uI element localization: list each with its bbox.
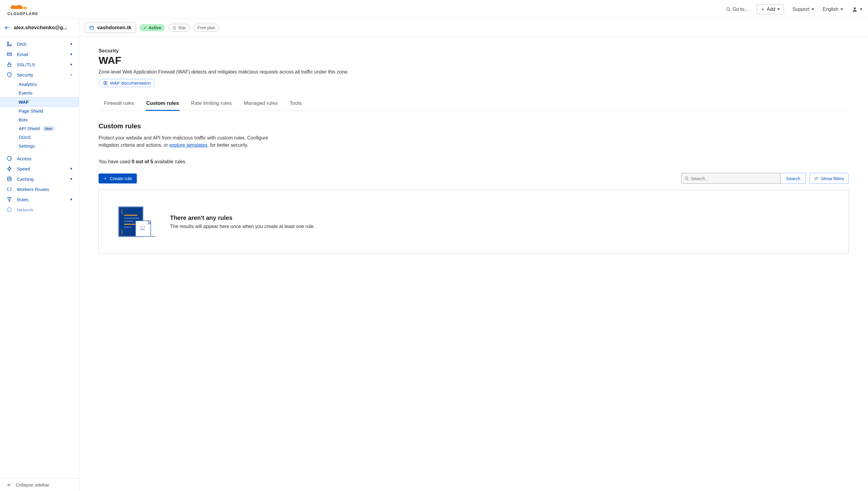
chevron-down-icon: [811, 8, 814, 10]
top-header: CLOUDFLARE Go to... Add Support English: [0, 0, 868, 19]
search-button[interactable]: Search: [781, 173, 806, 184]
plus-icon: [761, 7, 765, 11]
domain-chip[interactable]: vashdomen.tk: [85, 23, 136, 33]
empty-state-text: There aren't any rules The results will …: [170, 214, 315, 229]
star-button[interactable]: Star: [168, 24, 190, 32]
page-description: Zone-level Web Application Firewall (WAF…: [99, 69, 370, 75]
tab-rate-limiting[interactable]: Rate limiting rules: [191, 97, 232, 111]
collapse-label: Collapse sidebar: [16, 482, 50, 487]
star-icon: [172, 26, 176, 30]
check-icon: [143, 26, 147, 30]
sidebar-sub-events[interactable]: Events: [0, 89, 79, 97]
sidebar-item-label: Rules: [17, 197, 28, 202]
context-row: alex.shevchenko@g... vashdomen.tk Active…: [0, 19, 868, 37]
sidebar-item-label: DNS: [17, 41, 27, 47]
svg-rect-11: [7, 45, 9, 46]
goto-label: Go to...: [733, 7, 748, 12]
show-filters-button[interactable]: Show filters: [810, 173, 849, 184]
support-menu[interactable]: Support: [792, 7, 814, 12]
collapse-sidebar-button[interactable]: Collapse sidebar: [0, 478, 79, 491]
sidebar-item-label: Security: [17, 72, 33, 78]
shield-icon: [7, 72, 12, 78]
plan-label: Free plan: [197, 25, 215, 30]
svg-text:}: }: [121, 229, 123, 234]
create-rule-button[interactable]: Create rule: [99, 174, 137, 183]
explore-templates-link[interactable]: explore templates: [169, 143, 207, 148]
sidebar-sub-waf[interactable]: WAF: [0, 97, 79, 107]
filters-icon: [814, 176, 818, 180]
svg-point-20: [7, 207, 11, 212]
book-icon: [103, 81, 108, 85]
sidebar-sub-label: API Shield: [19, 126, 40, 131]
tab-managed-rules[interactable]: Managed rules: [243, 97, 278, 111]
sidebar-sub-bots[interactable]: Bots: [0, 115, 79, 124]
user-menu[interactable]: [852, 6, 863, 12]
doc-link-label: WAF documentation: [110, 80, 151, 86]
svg-marker-17: [7, 167, 11, 171]
tab-firewall-rules[interactable]: Firewall rules: [103, 97, 135, 111]
sidebar-sub-ddos[interactable]: DDoS: [0, 133, 79, 142]
sidebar-item-label: SSL/TLS: [17, 62, 35, 67]
page-title: WAF: [99, 55, 849, 66]
dns-icon: [7, 41, 12, 47]
usage-count: 0 out of 5: [132, 159, 153, 164]
sidebar-sub-apishield[interactable]: API Shield New: [0, 124, 79, 133]
tab-custom-rules[interactable]: Custom rules: [146, 97, 179, 111]
usage-suffix: available rules.: [153, 159, 187, 164]
lock-icon: [7, 62, 12, 67]
cloudflare-logo[interactable]: CLOUDFLARE: [7, 3, 39, 16]
add-button[interactable]: Add: [757, 4, 784, 14]
domain-name: vashdomen.tk: [97, 25, 132, 31]
sidebar-sub-settings[interactable]: Settings: [0, 142, 79, 150]
sidebar-sub-label: Bots: [19, 117, 28, 122]
tab-label: Managed rules: [244, 100, 278, 106]
sidebar-sub-label: Events: [19, 90, 32, 95]
sidebar-item-email[interactable]: Email ▼: [0, 49, 79, 59]
chevron-down-icon: ▼: [69, 198, 73, 201]
goto-search[interactable]: Go to...: [726, 7, 748, 12]
plus-icon: [103, 176, 107, 180]
sidebar-item-network[interactable]: Network: [0, 205, 79, 215]
cloud-icon: [7, 3, 39, 11]
sidebar-item-access[interactable]: Access: [0, 153, 79, 164]
sidebar-item-rules[interactable]: Rules ▼: [0, 194, 79, 205]
usage-text: You have used 0 out of 5 available rules…: [99, 159, 849, 165]
tab-label: Custom rules: [146, 100, 179, 106]
sidebar-sub-analytics[interactable]: Analytics: [0, 80, 79, 89]
sidebar-item-speed[interactable]: Speed ▼: [0, 164, 79, 174]
sidebar-item-security[interactable]: Security ▼: [0, 69, 79, 80]
svg-rect-30: [124, 224, 136, 225]
chevron-down-icon: ▼: [69, 167, 73, 171]
sidebar-item-label: Access: [17, 156, 31, 161]
support-label: Support: [792, 7, 809, 12]
language-menu[interactable]: English: [823, 7, 843, 12]
svg-point-34: [141, 227, 142, 227]
sidebar-item-caching[interactable]: Caching ▼: [0, 174, 79, 184]
search-input[interactable]: [691, 176, 777, 181]
tab-label: Rate limiting rules: [191, 100, 232, 106]
rules-toolbar: Create rule Search Show filters: [99, 173, 849, 184]
sidebar-item-ssl[interactable]: SSL/TLS ▼: [0, 59, 79, 69]
svg-point-35: [144, 227, 145, 227]
svg-rect-15: [8, 64, 11, 66]
empty-description: The results will appear here once when y…: [170, 224, 315, 229]
access-icon: [7, 156, 12, 161]
sidebar-item-dns[interactable]: DNS ▼: [0, 39, 79, 49]
usage-prefix: You have used: [99, 159, 132, 164]
plan-pill[interactable]: Free plan: [194, 24, 219, 32]
sidebar-item-workers[interactable]: Workers Routes: [0, 184, 79, 194]
empty-title: There aren't any rules: [170, 214, 315, 222]
search-box[interactable]: [681, 173, 781, 184]
tabs: Firewall rules Custom rules Rate limitin…: [99, 97, 849, 111]
waf-docs-button[interactable]: WAF documentation: [99, 79, 155, 87]
sidebar-sub-label: Page Shield: [19, 109, 43, 114]
rules-icon: [7, 197, 12, 202]
sidebar-sub-pageshield[interactable]: Page Shield: [0, 107, 79, 115]
svg-rect-10: [10, 45, 11, 46]
chevron-down-icon: ▼: [69, 63, 73, 66]
account-switcher[interactable]: alex.shevchenko@g...: [0, 19, 79, 37]
tab-tools[interactable]: Tools: [289, 97, 302, 111]
add-label: Add: [767, 7, 775, 12]
section-description: Protect your website and API from malici…: [99, 134, 285, 149]
logo-text: CLOUDFLARE: [7, 12, 38, 16]
